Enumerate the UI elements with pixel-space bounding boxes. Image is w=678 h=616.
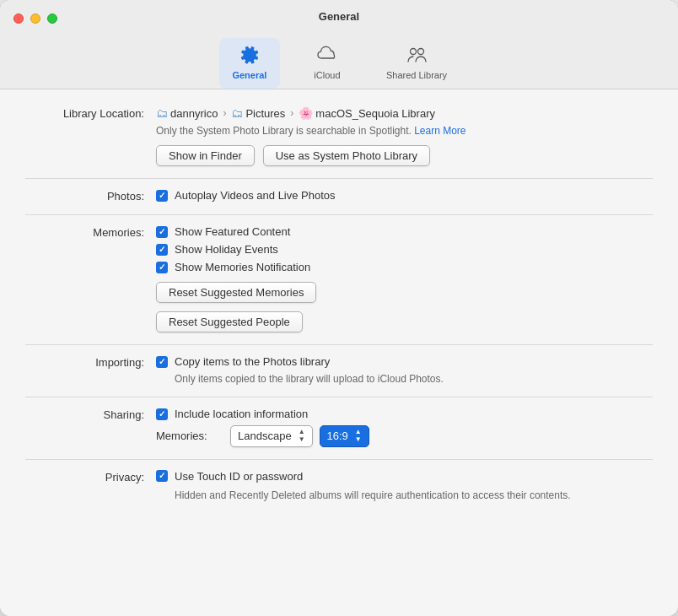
tab-shared-library-label: Shared Library — [386, 70, 447, 80]
show-featured-checkmark: ✓ — [159, 228, 165, 236]
tab-general-label: General — [232, 70, 266, 80]
privacy-content: ✓ Use Touch ID or password Hidden and Re… — [156, 470, 653, 501]
copy-items-note: Only items copied to the library will up… — [156, 373, 653, 385]
orientation-arrow-down: ▼ — [299, 436, 305, 444]
library-location-content: 🗂 dannyrico › 🗂 Pictures › 🌸 macOS_Sequo… — [156, 106, 653, 166]
breadcrumb-macos: 🌸 macOS_Sequoia Library — [299, 106, 435, 120]
divider-5 — [25, 459, 653, 460]
ratio-value: 16:9 — [327, 430, 348, 442]
sharing-label: Sharing: — [25, 408, 156, 421]
sharing-content: ✓ Include location information Memories:… — [156, 408, 653, 447]
orientation-value: Landscape — [238, 430, 292, 442]
close-button[interactable] — [13, 14, 24, 24]
window-title: General — [319, 10, 359, 23]
tab-icloud-label: iCloud — [314, 70, 340, 80]
arrow-2: › — [290, 107, 293, 119]
touch-id-note: Hidden and Recently Deleted albums will … — [156, 489, 578, 501]
tab-general[interactable]: General — [219, 38, 280, 89]
copy-items-checkmark: ✓ — [159, 358, 165, 366]
divider-1 — [25, 178, 653, 179]
photos-label: Photos: — [25, 189, 156, 203]
include-location-label: Include location information — [175, 408, 308, 420]
reset-people-button[interactable]: Reset Suggested People — [156, 311, 303, 332]
divider-2 — [25, 214, 653, 215]
show-notification-row: ✓ Show Memories Notification — [156, 261, 653, 273]
svg-point-0 — [411, 49, 417, 55]
library-buttons: Show in Finder Use as System Photo Libra… — [156, 145, 653, 166]
autoplay-checkbox[interactable]: ✓ — [156, 190, 168, 202]
show-notification-label: Show Memories Notification — [175, 261, 310, 273]
settings-content: Library Location: 🗂 dannyrico › 🗂 Pictur… — [0, 89, 678, 616]
photos-content: ✓ Autoplay Videos and Live Photos — [156, 189, 653, 202]
breadcrumb-dannyrico: 🗂 dannyrico — [156, 106, 218, 120]
show-featured-checkbox[interactable]: ✓ — [156, 226, 168, 238]
macos-icon: 🌸 — [299, 106, 313, 120]
show-holiday-label: Show Holiday Events — [175, 243, 278, 256]
memories-inline-label: Memories: — [156, 430, 223, 442]
folder-icon-dannyrico: 🗂 — [156, 106, 168, 120]
memories-row: Memories: ✓ Show Featured Content ✓ Show… — [25, 225, 653, 332]
show-notification-checkbox[interactable]: ✓ — [156, 262, 168, 273]
icloud-icon — [315, 43, 339, 67]
traffic-lights — [13, 14, 57, 24]
orientation-select[interactable]: Landscape ▲ ▼ — [230, 425, 313, 447]
copy-items-row: ✓ Copy items to the Photos library — [156, 355, 653, 368]
memories-content: ✓ Show Featured Content ✓ Show Holiday E… — [156, 225, 653, 332]
photos-row: Photos: ✓ Autoplay Videos and Live Photo… — [25, 189, 653, 203]
tab-icloud[interactable]: iCloud — [297, 38, 358, 89]
main-window: General General iCloud — [0, 0, 678, 616]
show-notification-checkmark: ✓ — [159, 263, 165, 272]
svg-point-1 — [418, 49, 424, 55]
minimize-button[interactable] — [30, 14, 40, 24]
copy-items-label: Copy items to the Photos library — [175, 355, 330, 368]
arrow-1: › — [223, 107, 226, 119]
show-holiday-row: ✓ Show Holiday Events — [156, 243, 653, 256]
autoplay-row: ✓ Autoplay Videos and Live Photos — [156, 189, 653, 202]
include-location-row: ✓ Include location information — [156, 408, 653, 420]
sharing-row: Sharing: ✓ Include location information … — [25, 408, 653, 447]
learn-more-link[interactable]: Learn More — [414, 125, 465, 137]
memories-inline-row: Memories: Landscape ▲ ▼ 16:9 ▲ ▼ — [156, 425, 653, 447]
touch-id-checkbox[interactable]: ✓ — [156, 470, 168, 482]
show-holiday-checkbox[interactable]: ✓ — [156, 244, 168, 256]
include-location-checkmark: ✓ — [159, 410, 165, 419]
library-location-label: Library Location: — [25, 106, 156, 120]
titlebar: General General iCloud — [0, 0, 678, 89]
copy-items-checkbox[interactable]: ✓ — [156, 356, 168, 368]
breadcrumb-pictures: 🗂 Pictures — [231, 106, 285, 120]
folder-icon-pictures: 🗂 — [231, 106, 243, 120]
library-location-row: Library Location: 🗂 dannyrico › 🗂 Pictur… — [25, 106, 653, 166]
breadcrumb-dannyrico-text: dannyrico — [170, 107, 218, 120]
importing-content: ✓ Copy items to the Photos library Only … — [156, 355, 653, 385]
importing-row: Importing: ✓ Copy items to the Photos li… — [25, 355, 653, 385]
touch-id-label: Use Touch ID or password — [175, 470, 303, 483]
shared-library-icon — [405, 43, 428, 67]
reset-memories-button[interactable]: Reset Suggested Memories — [156, 282, 316, 303]
memories-label: Memories: — [25, 225, 156, 239]
breadcrumb-macos-text: macOS_Sequoia Library — [315, 107, 435, 120]
divider-4 — [25, 397, 653, 397]
include-location-checkbox[interactable]: ✓ — [156, 408, 168, 420]
toolbar: General iCloud Shared Library — [219, 31, 459, 89]
tab-shared-library[interactable]: Shared Library — [374, 38, 459, 89]
touch-id-row: ✓ Use Touch ID or password — [156, 470, 653, 483]
importing-label: Importing: — [25, 355, 156, 369]
gear-icon — [238, 43, 261, 67]
ratio-select[interactable]: 16:9 ▲ ▼ — [320, 425, 369, 447]
use-as-system-button[interactable]: Use as System Photo Library — [263, 145, 430, 166]
breadcrumb-pictures-text: Pictures — [245, 107, 285, 120]
show-holiday-checkmark: ✓ — [159, 246, 165, 254]
show-featured-label: Show Featured Content — [175, 225, 290, 238]
privacy-label: Privacy: — [25, 470, 156, 484]
maximize-button[interactable] — [47, 14, 57, 24]
touch-id-checkmark: ✓ — [159, 472, 165, 480]
autoplay-label: Autoplay Videos and Live Photos — [175, 189, 336, 202]
orientation-arrows: ▲ ▼ — [299, 429, 305, 444]
show-featured-row: ✓ Show Featured Content — [156, 225, 653, 238]
privacy-row: Privacy: ✓ Use Touch ID or password Hidd… — [25, 470, 653, 501]
library-path: 🗂 dannyrico › 🗂 Pictures › 🌸 macOS_Sequo… — [156, 106, 653, 120]
autoplay-checkmark: ✓ — [159, 192, 165, 200]
ratio-arrows: ▲ ▼ — [355, 429, 362, 444]
show-in-finder-button[interactable]: Show in Finder — [156, 145, 255, 166]
ratio-arrow-down: ▼ — [355, 436, 362, 444]
